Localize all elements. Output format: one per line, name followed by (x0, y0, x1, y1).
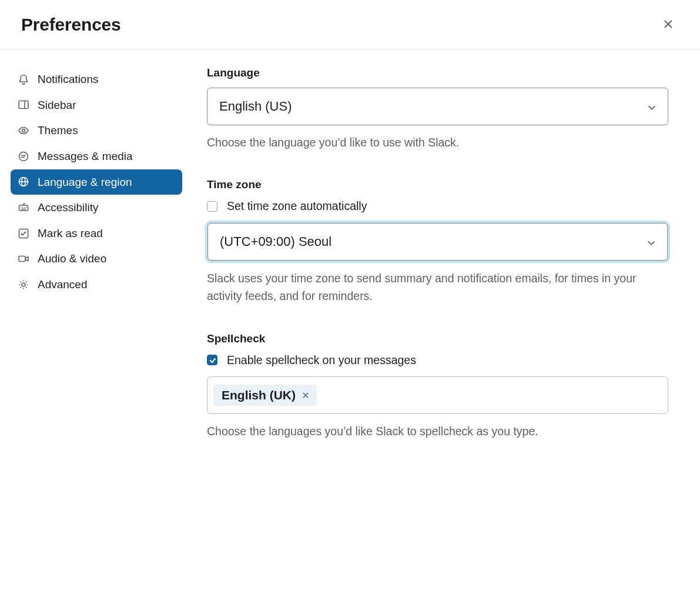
sidebar-item-audio-video[interactable]: Audio & video (11, 246, 182, 272)
keyboard-icon (18, 202, 29, 214)
video-icon (18, 253, 29, 265)
chevron-down-icon (647, 101, 657, 112)
preferences-content: Language English (US) Choose the languag… (188, 66, 700, 467)
spellcheck-label: Spellcheck (207, 332, 668, 345)
sidebar-item-advanced[interactable]: Advanced (11, 272, 182, 298)
bell-icon (18, 74, 29, 85)
check-square-icon (18, 228, 29, 239)
sidebar-item-language-region[interactable]: Language & region (11, 169, 182, 195)
timezone-help-text: Slack uses your time zone to send summar… (207, 269, 668, 305)
message-icon (18, 151, 29, 162)
spellcheck-enable-label: Enable spellcheck on your messages (227, 353, 416, 367)
close-button[interactable] (658, 14, 679, 35)
sidebar-item-notifications[interactable]: Notifications (11, 66, 182, 92)
language-section: Language English (US) Choose the languag… (207, 66, 668, 151)
chevron-down-icon (646, 236, 657, 247)
sidebar-item-sidebar[interactable]: Sidebar (11, 92, 182, 118)
sidebar-item-label: Audio & video (38, 251, 106, 266)
preferences-header: Preferences (0, 0, 700, 50)
token-label: English (UK) (222, 388, 296, 402)
sidebar-item-label: Themes (38, 123, 78, 138)
language-label: Language (207, 66, 668, 79)
sidebar-item-messages-media[interactable]: Messages & media (11, 144, 182, 169)
sidebar-item-themes[interactable]: Themes (11, 118, 182, 144)
sidebar-item-mark-as-read[interactable]: Mark as read (11, 221, 182, 246)
language-help-text: Choose the language you’d like to use wi… (207, 134, 668, 151)
sidebar-item-label: Accessibility (38, 200, 98, 215)
timezone-select-value: (UTC+09:00) Seoul (220, 234, 331, 249)
sidebar-item-label: Advanced (38, 277, 88, 292)
language-select-value: English (US) (219, 99, 292, 114)
token-remove-button[interactable] (300, 390, 311, 401)
preferences-sidebar: Notifications Sidebar Themes Messages & … (0, 66, 188, 467)
sidebar-item-label: Mark as read (38, 226, 103, 241)
spellcheck-help-text: Choose the languages you’d like Slack to… (207, 422, 668, 440)
spellcheck-language-token: English (UK) (213, 385, 317, 406)
page-title: Preferences (21, 15, 121, 35)
timezone-label: Time zone (207, 178, 668, 191)
globe-icon (18, 176, 29, 188)
sidebar-item-label: Notifications (38, 72, 99, 87)
timezone-select[interactable]: (UTC+09:00) Seoul (207, 223, 668, 261)
panel-icon (18, 99, 29, 111)
sidebar-item-label: Messages & media (38, 149, 133, 164)
close-icon (662, 18, 674, 32)
language-select[interactable]: English (US) (207, 88, 668, 125)
eye-icon (18, 125, 29, 136)
timezone-section: Time zone Set time zone automatically (U… (207, 178, 668, 305)
spellcheck-section: Spellcheck Enable spellcheck on your mes… (207, 332, 668, 440)
sidebar-item-label: Sidebar (38, 98, 76, 113)
spellcheck-enable-checkbox[interactable] (207, 355, 217, 365)
timezone-auto-label: Set time zone automatically (227, 199, 367, 213)
timezone-auto-checkbox[interactable] (207, 201, 217, 212)
sidebar-item-label: Language & region (38, 175, 132, 190)
sidebar-item-accessibility[interactable]: Accessibility (11, 195, 182, 221)
spellcheck-languages-field[interactable]: English (UK) (207, 376, 668, 414)
gear-icon (18, 279, 29, 291)
